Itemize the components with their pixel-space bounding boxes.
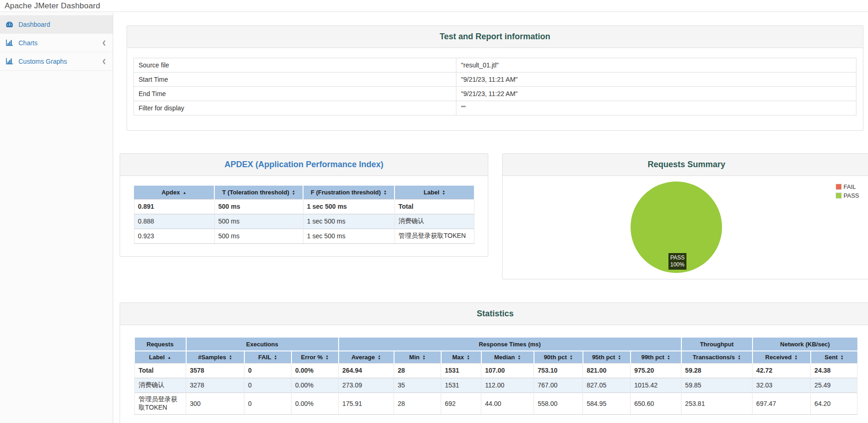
sort-icon: ▲▼	[467, 355, 470, 360]
stats-cell: 112.00	[481, 378, 534, 393]
sidebar-item-dashboard[interactable]: Dashboard	[0, 15, 113, 34]
apdex-table: Apdex▲ T (Toleration threshold)▲▼ F (Fru…	[134, 186, 474, 244]
col-header-fail[interactable]: FAIL▲▼	[244, 351, 291, 363]
col-header-median[interactable]: Median▲▼	[481, 351, 534, 363]
statistics-table: Requests Executions Response Times (ms) …	[134, 338, 857, 415]
pass-swatch-icon	[836, 193, 842, 199]
stats-cell: 584.95	[583, 393, 631, 414]
stats-cell: 767.00	[534, 378, 583, 393]
stats-cell: 管理员登录获取TOKEN	[135, 393, 186, 414]
sidebar-item-customs-graphs[interactable]: Customs Graphs ❮	[0, 52, 113, 71]
stats-cell: 32.03	[753, 378, 811, 393]
statistics-panel: Statistics Requests Executions Response …	[120, 302, 868, 423]
col-header-error[interactable]: Error %▲▼	[291, 351, 339, 363]
sidebar-item-label: Charts	[18, 39, 102, 47]
sort-icon: ▲▼	[667, 355, 670, 360]
sort-icon: ▲▼	[229, 355, 232, 360]
col-header-apdex[interactable]: Apdex▲	[134, 186, 214, 199]
sort-icon: ▲▼	[795, 355, 798, 360]
info-label: Source file	[134, 58, 456, 73]
stats-cell: 59.85	[681, 378, 753, 393]
col-header-label[interactable]: Label▲▼	[395, 186, 474, 199]
stats-cell: 25.49	[811, 378, 857, 393]
stats-cell: 821.00	[583, 363, 631, 378]
stats-cell: 1531	[441, 363, 481, 378]
chevron-left-icon: ❮	[102, 40, 106, 46]
stats-cell: 44.00	[481, 393, 534, 414]
sort-icon: ▲▼	[517, 355, 521, 360]
table-row: End Time "9/21/23, 11:22 AM"	[134, 87, 856, 101]
chevron-left-icon: ❮	[102, 58, 106, 64]
top-bar: Apache JMeter Dashboard	[0, 0, 868, 12]
col-header-max[interactable]: Max▲▼	[441, 351, 481, 363]
app-title: Apache JMeter Dashboard	[0, 1, 100, 11]
test-info-title: Test and Report information	[440, 32, 551, 42]
info-value: "9/21/23, 11:21 AM"	[456, 73, 856, 87]
stats-cell: 42.72	[753, 363, 811, 378]
apdex-cell: 0.888	[134, 214, 214, 229]
stats-cell: 3578	[186, 363, 244, 378]
sort-icon: ▲▼	[422, 355, 425, 360]
sort-icon: ▲▼	[377, 355, 381, 360]
group-header-executions: Executions	[186, 338, 339, 351]
sort-icon: ▲▼	[738, 355, 741, 360]
apdex-panel-header: APDEX (Application Performance Index)	[120, 154, 488, 176]
pie-data-label: PASS 100%	[668, 253, 686, 270]
stats-cell: 0.00%	[291, 393, 339, 414]
stats-cell: 692	[441, 393, 481, 414]
stats-cell: Total	[135, 363, 186, 378]
col-header-label[interactable]: Label▲	[135, 351, 186, 363]
apdex-header-row: Apdex▲ T (Toleration threshold)▲▼ F (Fru…	[134, 186, 474, 199]
test-info-table: Source file "result_01.jtl" Start Time "…	[134, 58, 856, 115]
stats-cell: 28	[394, 393, 441, 414]
sort-icon: ▲▼	[326, 355, 329, 360]
col-header-sent[interactable]: Sent▲▼	[811, 351, 857, 363]
stats-cell: 1531	[441, 378, 481, 393]
stats-cell: 35	[394, 378, 441, 393]
info-value: "result_01.jtl"	[456, 58, 856, 73]
stats-cell: 3278	[186, 378, 244, 393]
apdex-cell: 消费确认	[395, 214, 474, 229]
bar-chart-icon	[6, 39, 15, 47]
col-header-95th-pct[interactable]: 95th pct▲▼	[583, 351, 631, 363]
col-header-average[interactable]: Average▲▼	[339, 351, 394, 363]
sidebar: Dashboard Charts ❮ Customs Graphs ❮	[0, 12, 113, 423]
legend-item-pass: PASS	[836, 191, 859, 200]
col-header-min[interactable]: Min▲▼	[394, 351, 441, 363]
table-row: Start Time "9/21/23, 11:21 AM"	[134, 73, 856, 87]
group-header-network: Network (KB/sec)	[753, 338, 857, 351]
gauge-icon	[6, 21, 15, 28]
sort-icon: ▲▼	[618, 355, 621, 360]
statistics-column-header-row: Label▲ #Samples▲▼ FAIL▲▼ Error %▲▼ Avera…	[135, 351, 857, 363]
table-row: Source file "result_01.jtl"	[134, 58, 856, 73]
col-header-frustration[interactable]: F (Frustration threshold)▲▼	[303, 186, 395, 199]
col-header-90th-pct[interactable]: 90th pct▲▼	[534, 351, 583, 363]
apdex-cell: 1 sec 500 ms	[303, 199, 395, 214]
info-value: ""	[456, 101, 856, 115]
stats-cell: 975.20	[631, 363, 681, 378]
apdex-cell: 1 sec 500 ms	[303, 229, 395, 243]
col-header-99th-pct[interactable]: 99th pct▲▼	[631, 351, 681, 363]
col-header-received[interactable]: Received▲▼	[753, 351, 811, 363]
stats-cell: 558.00	[534, 393, 583, 414]
bar-chart-icon	[6, 58, 15, 65]
info-label: End Time	[134, 87, 456, 101]
stats-cell: 650.60	[631, 393, 681, 414]
test-info-panel: Test and Report information Source file …	[127, 25, 863, 131]
statistics-panel-header: Statistics	[120, 303, 868, 325]
stats-cell: 175.91	[339, 393, 394, 414]
sidebar-item-charts[interactable]: Charts ❮	[0, 34, 113, 52]
stats-cell: 0	[244, 363, 291, 378]
stats-cell: 697.47	[753, 393, 811, 414]
stats-cell: 消费确认	[135, 378, 186, 393]
statistics-title: Statistics	[477, 309, 514, 319]
table-row: Total 3578 0 0.00% 264.94 28 1531 107.00…	[135, 363, 857, 378]
col-header-transactions[interactable]: Transactions/s▲▼	[681, 351, 753, 363]
sort-icon: ▲▼	[274, 355, 277, 360]
stats-cell: 24.38	[811, 363, 857, 378]
col-header-toleration[interactable]: T (Toleration threshold)▲▼	[214, 186, 303, 199]
requests-summary-panel: Requests Summary PASS 100% FAIL PASS	[502, 153, 868, 279]
stats-cell: 264.94	[339, 363, 394, 378]
stats-cell: 107.00	[481, 363, 534, 378]
col-header-samples[interactable]: #Samples▲▼	[186, 351, 244, 363]
